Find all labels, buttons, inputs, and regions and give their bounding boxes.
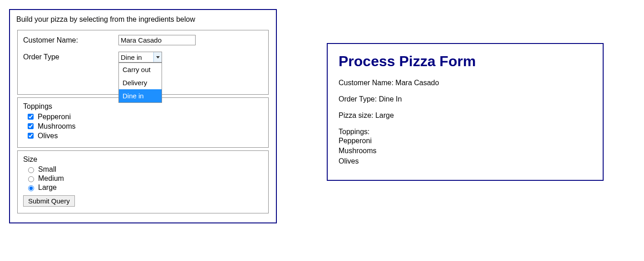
result-size: Pizza size: Large	[339, 111, 592, 120]
size-medium-label: Medium	[38, 174, 64, 183]
size-large-radio[interactable]	[28, 185, 34, 191]
topping-mushrooms-checkbox[interactable]	[28, 123, 34, 129]
order-type-selected: Dine in	[119, 53, 153, 61]
toppings-section: Toppings Pepperoni Mushrooms Olives	[17, 97, 269, 148]
chevron-down-icon	[153, 52, 162, 62]
result-panel: Process Pizza Form Customer Name: Mara C…	[327, 43, 604, 181]
order-type-dropdown-list: Carry out Delivery Dine in	[118, 63, 162, 103]
size-large-label: Large	[38, 184, 57, 192]
size-medium-radio[interactable]	[28, 176, 34, 182]
pizza-form-panel: Build your pizza by selecting from the i…	[9, 9, 277, 223]
topping-mushrooms-label: Mushrooms	[38, 122, 76, 130]
customer-name-label: Customer Name:	[23, 36, 118, 44]
result-topping-1: Mushrooms	[339, 146, 592, 156]
result-customer: Customer Name: Mara Casado	[339, 79, 592, 87]
topping-olives-label: Olives	[38, 132, 58, 140]
order-type-option-delivery[interactable]: Delivery	[119, 76, 162, 89]
result-toppings-label: Toppings:	[339, 128, 592, 136]
order-type-option-dinein[interactable]: Dine in	[119, 89, 162, 102]
order-type-option-carryout[interactable]: Carry out	[119, 63, 162, 76]
topping-olives-checkbox[interactable]	[28, 133, 34, 139]
instruction-text: Build your pizza by selecting from the i…	[16, 15, 270, 24]
result-order-type: Order Type: Dine In	[339, 95, 592, 103]
size-small-radio[interactable]	[28, 167, 34, 173]
result-topping-0: Pepperoni	[339, 136, 592, 146]
result-toppings-list: Pepperoni Mushrooms Olives	[339, 136, 592, 166]
order-type-dropdown[interactable]: Dine in	[118, 52, 162, 63]
size-heading: Size	[23, 155, 263, 164]
topping-pepperoni-label: Pepperoni	[38, 113, 71, 121]
customer-name-input[interactable]	[118, 35, 196, 45]
size-small-label: Small	[38, 165, 56, 174]
customer-section: Customer Name: Order Type Dine in Carry …	[17, 30, 269, 95]
size-section: Size Small Medium Large Submit Query	[17, 150, 269, 213]
toppings-heading: Toppings	[23, 102, 263, 111]
topping-pepperoni-checkbox[interactable]	[28, 114, 34, 120]
submit-button[interactable]: Submit Query	[23, 195, 75, 207]
result-topping-2: Olives	[339, 156, 592, 166]
order-type-label: Order Type	[23, 53, 118, 61]
result-title: Process Pizza Form	[339, 53, 592, 70]
